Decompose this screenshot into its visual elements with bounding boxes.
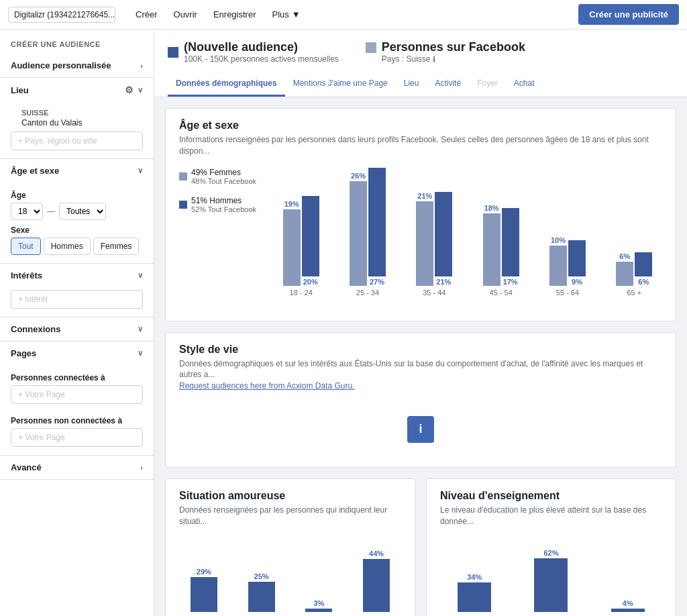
sidebar-section-audience: Audience personnalisée › xyxy=(0,54,154,78)
location-country: SUISSE xyxy=(11,105,143,118)
niveau-enseignement-title: Niveau d'enseignement xyxy=(440,490,662,502)
bar-group: 10%9%55 - 64 xyxy=(539,236,595,297)
style-de-vie-info-button[interactable]: i xyxy=(407,416,434,443)
sidebar-section-header-age[interactable]: Âge et sexe ∨ xyxy=(0,159,154,183)
location-city: Canton du Valais xyxy=(11,118,143,132)
bar-group: 26%27%25 - 34 xyxy=(339,168,395,297)
sidebar-section-header-audience[interactable]: Audience personnalisée › xyxy=(0,54,154,77)
sidebar-section-header-interets[interactable]: Intérêts ∨ xyxy=(0,264,154,287)
audience-fb-sub: Pays : Suisse ℹ xyxy=(382,54,525,64)
audience-color-box xyxy=(168,47,178,58)
chevron-right-icon: › xyxy=(140,62,143,70)
nav-enregistrer[interactable]: Enregistrer xyxy=(207,5,263,23)
sidebar-section-header-pages[interactable]: Pages ∨ xyxy=(0,342,154,365)
niveau-enseignement-desc: Le niveau d'éducation le plus élevé atte… xyxy=(440,505,662,527)
sex-tout-button[interactable]: Tout xyxy=(11,238,41,255)
femmes-color-box xyxy=(179,172,187,181)
chevron-down-icon: ∨ xyxy=(138,325,143,333)
legend-hommes: 51% Hommes 52% Tout Facebook xyxy=(179,196,260,213)
bar-group: 21%21%35 - 44 xyxy=(407,192,462,297)
audience-fb-title: Personnes sur Facebook xyxy=(382,40,525,54)
age-sexe-desc: Informations renseignées par les personn… xyxy=(179,134,662,157)
chevron-down-icon: ∨ xyxy=(138,271,143,280)
situation-amoureuse-card: Situation amoureuse Données renseignées … xyxy=(165,478,415,616)
tab-achat[interactable]: Achat xyxy=(506,72,543,97)
tab-activite[interactable]: Activité xyxy=(427,72,469,97)
nav-ouvrir[interactable]: Ouvrir xyxy=(167,5,204,23)
audience-top: (Nouvelle audience) 100K - 150K personne… xyxy=(168,40,674,64)
bar-chart-age-sexe: 19%20%18 - 2426%27%25 - 3421%21%35 - 441… xyxy=(273,168,662,310)
nav-creer[interactable]: Créer xyxy=(129,5,164,23)
sidebar-section-header-connexions[interactable]: Connexions ∨ xyxy=(0,317,154,341)
account-selector[interactable]: Digitalizr (1934221276645... ▼ xyxy=(8,7,115,23)
sidebar-section-content-interets xyxy=(0,287,154,317)
niveau-enseignement-card: Niveau d'enseignement Le niveau d'éducat… xyxy=(426,478,676,616)
sidebar-section-lieu: Lieu ⚙ ∨ SUISSE Canton du Valais xyxy=(0,78,154,159)
sidebar-section-connexions: Connexions ∨ xyxy=(0,317,154,342)
age-sexe-chart: 49% Femmes 48% Tout Facebook 51% Hommes … xyxy=(179,168,662,310)
content-area: Âge et sexe Informations renseignées par… xyxy=(154,97,687,616)
hommes-color-box xyxy=(179,201,187,209)
sidebar-section-header-avance[interactable]: Avancé › xyxy=(0,456,154,479)
location-input[interactable] xyxy=(11,132,143,150)
sidebar-title: CRÉER UNE AUDIENCE xyxy=(0,30,154,54)
age-sexe-card: Âge et sexe Informations renseignées par… xyxy=(165,108,676,321)
style-de-vie-link[interactable]: Request audiences here from Acxiom Data … xyxy=(179,381,354,391)
chevron-right-icon: › xyxy=(140,464,143,472)
audience-fb-color-box xyxy=(366,42,376,53)
audience-header: (Nouvelle audience) 100K - 150K personne… xyxy=(154,30,687,97)
top-nav: Digitalizr (1934221276645... ▼ Créer Ouv… xyxy=(0,0,687,30)
sex-buttons: Tout Hommes Femmes xyxy=(11,238,143,255)
age-label: Âge xyxy=(11,191,143,200)
bar-group: 18%17%45 - 54 xyxy=(473,204,529,297)
chevron-down-icon: ∨ xyxy=(138,349,143,358)
style-de-vie-desc: Données démographiques et sur les intérê… xyxy=(179,358,662,392)
votre-page-1-input[interactable] xyxy=(11,385,143,404)
tab-lieu[interactable]: Lieu xyxy=(396,72,427,97)
sidebar-section-avance: Avancé › xyxy=(0,456,154,480)
age-from-select[interactable]: 182125 xyxy=(11,203,43,220)
chevron-down-icon: ∨ xyxy=(138,86,143,95)
chart-legend: 49% Femmes 48% Tout Facebook 51% Hommes … xyxy=(179,168,260,310)
interet-input[interactable] xyxy=(11,290,143,309)
main-content: (Nouvelle audience) 100K - 150K personne… xyxy=(154,30,687,616)
sex-hommes-button[interactable]: Hommes xyxy=(44,238,91,255)
sidebar-section-pages: Pages ∨ Personnes connectées à Personnes… xyxy=(0,342,154,456)
age-row: 182125 — Toutes2434 xyxy=(11,203,143,220)
tab-mentions-jaime[interactable]: Mentions J'aime une Page xyxy=(285,72,396,97)
bar-group: 6%6%65 + xyxy=(606,252,662,297)
main-layout: CRÉER UNE AUDIENCE Audience personnalisé… xyxy=(0,30,687,616)
bottom-grid: Situation amoureuse Données renseignées … xyxy=(165,478,676,616)
sidebar-section-interets: Intérêts ∨ xyxy=(0,264,154,317)
style-de-vie-icon-area: i xyxy=(179,403,662,456)
sidebar-section-content-lieu: SUISSE Canton du Valais xyxy=(0,102,154,158)
sex-femmes-button[interactable]: Femmes xyxy=(93,238,140,255)
nav-links: Créer Ouvrir Enregistrer Plus ▼ xyxy=(129,5,307,23)
info-icon[interactable]: ℹ xyxy=(433,55,435,63)
sexe-label: Sexe xyxy=(11,225,143,235)
personnes-connectees-label: Personnes connectées à xyxy=(11,373,143,382)
audience-new: (Nouvelle audience) 100K - 150K personne… xyxy=(168,40,339,64)
settings-icon[interactable]: ⚙ xyxy=(125,85,134,95)
sidebar-section-age: Âge et sexe ∨ Âge 182125 — Toutes2434 Se… xyxy=(0,159,154,264)
tabs: Données démographiques Mentions J'aime u… xyxy=(168,72,674,97)
sidebar-section-content-age: Âge 182125 — Toutes2434 Sexe Tout Hommes… xyxy=(0,183,154,263)
sidebar-section-header-lieu[interactable]: Lieu ⚙ ∨ xyxy=(0,78,154,102)
legend-femmes: 49% Femmes 48% Tout Facebook xyxy=(179,168,260,185)
style-de-vie-card: Style de vie Données démographiques et s… xyxy=(165,332,676,468)
account-name: Digitalizr (1934221276645... xyxy=(14,10,115,19)
situation-amoureuse-title: Situation amoureuse xyxy=(179,490,401,502)
chevron-down-icon: ∨ xyxy=(138,166,143,175)
sidebar-section-content-pages: Personnes connectées à Personnes non con… xyxy=(0,365,154,455)
age-sexe-title: Âge et sexe xyxy=(179,119,662,132)
tab-donnees-demographiques[interactable]: Données démographiques xyxy=(168,72,285,97)
femmes-pct: 49% Femmes xyxy=(191,168,256,177)
create-ad-button[interactable]: Créer une publicité xyxy=(578,4,679,25)
age-dash: — xyxy=(47,207,55,216)
nav-plus[interactable]: Plus ▼ xyxy=(265,5,307,23)
chevron-down-icon: ▼ xyxy=(292,9,301,19)
bar-chart-niveau: 34%62%4% xyxy=(440,538,662,612)
age-to-select[interactable]: Toutes2434 xyxy=(59,203,106,220)
votre-page-2-input[interactable] xyxy=(11,428,143,447)
tab-foyer: Foyer xyxy=(469,72,506,97)
